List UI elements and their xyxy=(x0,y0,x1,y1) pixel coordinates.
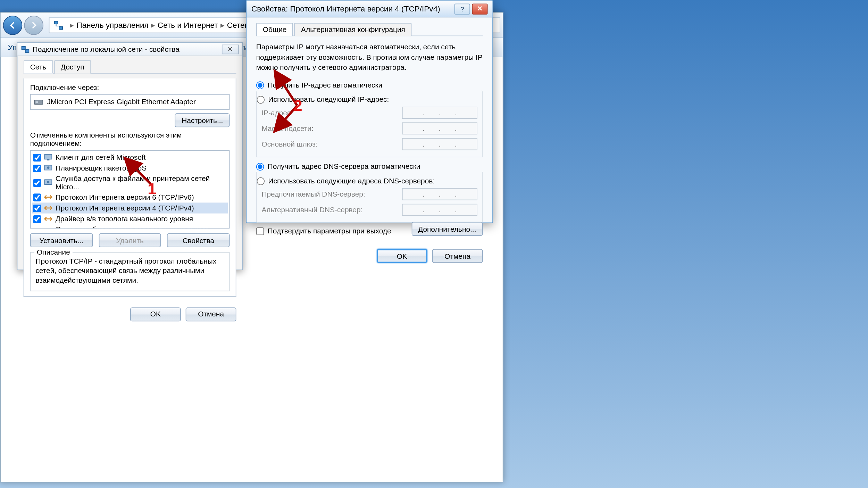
protocol-icon xyxy=(43,203,53,213)
breadcrumb-item[interactable]: Панель управления xyxy=(76,20,148,30)
configure-button[interactable]: Настроить... xyxy=(175,113,229,127)
delete-button: Удалить xyxy=(99,233,161,247)
description-text: Протокол TCP/IP - стандартный протокол г… xyxy=(35,256,224,286)
connection-properties-dialog: Подключение по локальной сети - свойства… xyxy=(17,42,243,270)
connect-via-label: Подключение через: xyxy=(30,83,230,92)
component-checkbox[interactable] xyxy=(33,215,41,223)
nav-forward-button[interactable] xyxy=(24,15,43,35)
ipv4-titlebar[interactable]: Свойства: Протокол Интернета версии 4 (T… xyxy=(247,1,492,18)
components-list[interactable]: Клиент для сетей Microsoft Планировщик п… xyxy=(30,150,230,229)
protocol-icon xyxy=(43,214,53,224)
component-checkbox[interactable] xyxy=(33,164,41,172)
service-icon xyxy=(43,178,53,188)
radio-ip-manual-input[interactable] xyxy=(257,96,265,104)
conn-tabs: Сеть Доступ xyxy=(24,60,236,74)
dialog-title-text: Подключение по локальной сети - свойства xyxy=(33,45,180,53)
ipv4-title-text: Свойства: Протокол Интернета версии 4 (T… xyxy=(251,4,440,13)
component-item: Клиент для сетей Microsoft xyxy=(32,152,228,163)
component-checkbox[interactable] xyxy=(33,154,41,162)
svg-rect-0 xyxy=(55,21,58,24)
adapter-name: JMicron PCI Express Gigabit Ethernet Ada… xyxy=(47,98,195,106)
component-item: Протокол Интернета версии 6 (TCP/IPv6) xyxy=(32,192,228,202)
adapter-icon xyxy=(34,97,43,107)
client-icon xyxy=(43,152,53,162)
tab-network-pane: Подключение через: JMicron PCI Express G… xyxy=(24,78,236,297)
svg-rect-5 xyxy=(35,101,38,103)
gateway-input xyxy=(402,138,477,150)
subnet-mask-input xyxy=(402,123,477,135)
svg-point-9 xyxy=(47,166,49,169)
component-item: Ответчик обнаружения топологии канальног… xyxy=(32,224,228,229)
ipv4-tabs: Общие Альтернативная конфигурация xyxy=(256,22,483,36)
radio-dns-manual-input[interactable] xyxy=(257,177,265,185)
ip-address-input xyxy=(402,107,477,119)
annotation-number-2: 2 xyxy=(293,97,302,115)
component-checkbox[interactable] xyxy=(33,204,41,212)
svg-rect-3 xyxy=(25,49,29,52)
svg-point-11 xyxy=(47,181,49,183)
component-item: Планировщик пакетов QoS xyxy=(32,163,228,174)
tab-general[interactable]: Общие xyxy=(256,23,293,36)
dns-preferred-label: Предпочитаемый DNS-сервер: xyxy=(261,190,402,199)
network-icon xyxy=(53,19,64,30)
ipv4-properties-dialog: Свойства: Протокол Интернета версии 4 (T… xyxy=(246,0,493,223)
svg-rect-2 xyxy=(22,46,25,49)
gateway-label: Основной шлюз: xyxy=(261,140,402,148)
radio-dns-auto[interactable]: Получить адрес DNS-сервера автоматически xyxy=(256,161,483,172)
breadcrumb-item[interactable]: Сеть и Интернет xyxy=(158,20,218,30)
cancel-button[interactable]: Отмена xyxy=(186,307,236,321)
subnet-mask-label: Маска подсети: xyxy=(261,124,402,133)
properties-button[interactable]: Свойства xyxy=(167,233,229,247)
radio-ip-auto-input[interactable] xyxy=(256,81,264,89)
tab-network[interactable]: Сеть xyxy=(24,60,53,74)
ip-address-label: IP-адрес: xyxy=(261,109,402,117)
cancel-button[interactable]: Отмена xyxy=(432,249,483,263)
close-button[interactable]: ✕ xyxy=(222,44,239,54)
advanced-button[interactable]: Дополнительно... xyxy=(411,222,483,236)
adapter-display: JMicron PCI Express Gigabit Ethernet Ada… xyxy=(30,94,230,110)
install-button[interactable]: Установить... xyxy=(30,233,93,247)
svg-rect-7 xyxy=(47,159,49,160)
radio-ip-auto[interactable]: Получить IP-адрес автоматически xyxy=(256,80,483,91)
radio-ip-manual[interactable]: Использовать следующий IP-адрес: xyxy=(257,94,477,105)
connection-icon xyxy=(21,45,30,53)
confirm-checkbox[interactable] xyxy=(256,227,264,235)
radio-dns-auto-input[interactable] xyxy=(256,163,264,171)
service-icon xyxy=(43,163,53,173)
description-group: Описание Протокол TCP/IP - стандартный п… xyxy=(30,252,230,291)
description-title: Описание xyxy=(34,248,73,256)
annotation-number-1: 1 xyxy=(148,180,156,198)
component-checkbox[interactable] xyxy=(33,179,41,187)
dns-alt-input xyxy=(402,204,477,216)
nav-back-button[interactable] xyxy=(3,15,23,35)
svg-rect-6 xyxy=(44,154,52,159)
component-item: Драйвер в/в тополога канального уровня xyxy=(32,214,228,224)
ok-button[interactable]: OK xyxy=(377,249,427,263)
ip-fields-group: Использовать следующий IP-адрес: IP-адре… xyxy=(256,91,483,158)
components-label: Отмеченные компоненты используются этим … xyxy=(30,131,230,148)
radio-dns-manual[interactable]: Использовать следующие адреса DNS-сервер… xyxy=(257,176,477,187)
help-button[interactable]: ? xyxy=(454,3,470,14)
tab-access[interactable]: Доступ xyxy=(54,60,91,74)
dialog-titlebar[interactable]: Подключение по локальной сети - свойства… xyxy=(17,43,242,56)
svg-rect-1 xyxy=(59,26,62,29)
component-checkbox[interactable] xyxy=(33,193,41,201)
dns-preferred-input xyxy=(402,188,477,200)
component-item-ipv4: Протокол Интернета версии 4 (TCP/IPv4) xyxy=(32,202,228,213)
dns-alt-label: Альтернативный DNS-сервер: xyxy=(261,206,402,214)
tab-alt-config[interactable]: Альтернативная конфигурация xyxy=(294,23,412,36)
component-item: Служба доступа к файлам и принтерам сете… xyxy=(32,174,228,192)
close-button[interactable]: ✕ xyxy=(472,3,487,14)
ok-button[interactable]: OK xyxy=(130,307,181,321)
ipv4-info-text: Параметры IP могут назначаться автоматич… xyxy=(256,42,483,73)
protocol-icon xyxy=(43,192,53,202)
dns-fields-group: Использовать следующие адреса DNS-сервер… xyxy=(256,172,483,223)
